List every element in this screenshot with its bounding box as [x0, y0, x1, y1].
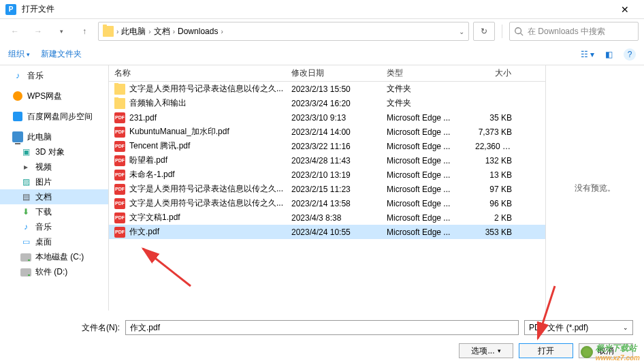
pdf-icon: PDF	[114, 112, 125, 123]
filename-input[interactable]	[125, 320, 519, 335]
new-folder-button[interactable]: 新建文件夹	[41, 48, 82, 60]
preview-toggle-button[interactable]: ◧	[605, 50, 613, 59]
sidebar-item-label: 音乐	[27, 70, 44, 82]
sidebar-item[interactable]: ▭桌面	[0, 234, 108, 249]
sidebar-item[interactable]: ▣3D 对象	[0, 144, 108, 159]
file-date: 2023/2/14 14:00	[286, 127, 381, 137]
file-type: Microsoft Edge ...	[381, 156, 470, 165]
sidebar-item-label: 桌面	[35, 236, 52, 248]
pdf-icon: PDF	[114, 198, 125, 209]
file-row[interactable]: PDF文字是人类用符号记录表达信息以传之久...2023/2/15 11:23M…	[109, 182, 545, 196]
file-row[interactable]: PDF未命名-1.pdf2023/2/10 13:19Microsoft Edg…	[109, 168, 545, 182]
search-icon	[514, 27, 524, 36]
file-size: 97 KB	[470, 185, 517, 194]
file-type-filter[interactable]: PDF 文件 (*.pdf) ⌄	[524, 320, 633, 335]
sidebar-item[interactable]: ▤文档	[0, 189, 108, 204]
options-button[interactable]: 选项...	[459, 343, 513, 358]
watermark-logo-icon	[581, 346, 593, 358]
refresh-button[interactable]: ↻	[473, 22, 495, 41]
file-type: Microsoft Edge ...	[381, 113, 470, 123]
sidebar-item-label: 音乐	[35, 221, 52, 233]
file-type: Microsoft Edge ...	[381, 170, 470, 180]
image-icon: ▨	[20, 176, 31, 187]
file-row[interactable]: PDFKubuntuManual_加水印.pdf2023/2/14 14:00M…	[109, 125, 545, 139]
up-button[interactable]: ↑	[75, 22, 94, 40]
pdf-icon: PDF	[114, 212, 125, 223]
chevron-right-icon: ›	[148, 28, 150, 35]
sidebar: ♪音乐WPS网盘百度网盘同步空间此电脑▣3D 对象▸视频▨图片▤文档⬇下载♪音乐…	[0, 65, 109, 311]
file-size: 22,360 KB	[470, 142, 517, 151]
col-header-date[interactable]: 修改日期	[286, 65, 381, 81]
sidebar-item[interactable]: WPS网盘	[0, 89, 108, 104]
breadcrumb-seg[interactable]: Downloads	[178, 27, 218, 36]
back-button[interactable]: ←	[5, 22, 25, 40]
folder-icon	[114, 98, 125, 109]
file-row[interactable]: PDF231.pdf2023/3/10 9:13Microsoft Edge .…	[109, 110, 545, 125]
address-bar[interactable]: › 此电脑 › 文档 › Downloads › ⌄	[98, 22, 469, 41]
sidebar-item[interactable]: ♪音乐	[0, 219, 108, 234]
file-row[interactable]: 音频输入和输出2023/3/24 16:20文件夹	[109, 96, 545, 110]
forward-button[interactable]: →	[29, 22, 48, 40]
organize-button[interactable]: 组织▾	[8, 48, 30, 60]
file-row[interactable]: PDFTencent 腾讯.pdf2023/3/22 11:16Microsof…	[109, 139, 545, 153]
disk-icon	[20, 251, 31, 262]
help-button[interactable]: ?	[624, 48, 636, 61]
col-header-name[interactable]: 名称	[109, 65, 286, 81]
pc-icon	[12, 131, 23, 142]
file-date: 2023/2/15 11:23	[286, 185, 381, 194]
file-size: 96 KB	[470, 199, 517, 208]
file-size: 35 KB	[470, 113, 517, 123]
file-row[interactable]: PDF盼望着.pdf2023/4/28 11:43Microsoft Edge …	[109, 153, 545, 168]
view-mode-button[interactable]: ☷ ▾	[581, 50, 594, 59]
file-size: 2 KB	[470, 213, 517, 223]
chevron-right-icon: ›	[221, 28, 223, 35]
file-size: 7,373 KB	[470, 127, 517, 137]
app-icon: P	[5, 4, 16, 15]
wps-icon	[12, 91, 23, 101]
sidebar-item[interactable]: 本地磁盘 (C:)	[0, 249, 108, 264]
column-headers: 名称 修改日期 类型 大小	[109, 65, 545, 82]
file-row[interactable]: 文字是人类用符号记录表达信息以传之久...2023/2/13 15:50文件夹	[109, 82, 545, 96]
file-date: 2023/3/22 11:16	[286, 142, 381, 151]
open-button[interactable]: 打开	[519, 343, 573, 358]
sidebar-item[interactable]: 此电脑	[0, 129, 108, 144]
file-row[interactable]: PDF文字文稿1.pdf2023/4/3 8:38Microsoft Edge …	[109, 210, 545, 225]
sidebar-item[interactable]: ▸视频	[0, 159, 108, 174]
breadcrumb-seg[interactable]: 文档	[154, 26, 170, 37]
close-button[interactable]: ✕	[611, 4, 639, 15]
sidebar-item-label: 文档	[35, 191, 52, 203]
disk-icon	[20, 266, 31, 277]
file-row[interactable]: PDF文字是人类用符号记录表达信息以传之久...2023/2/14 13:58M…	[109, 196, 545, 210]
video-icon: ▸	[20, 161, 31, 172]
sidebar-item-label: 本地磁盘 (C:)	[35, 251, 84, 263]
search-input[interactable]: 在 Downloads 中搜索	[509, 22, 639, 41]
col-header-size[interactable]: 大小	[470, 65, 517, 81]
recent-dropdown[interactable]: ▾	[52, 22, 71, 40]
pdf-icon: PDF	[114, 227, 125, 238]
sidebar-item[interactable]: ⬇下载	[0, 204, 108, 219]
sidebar-item[interactable]: 软件 (D:)	[0, 264, 108, 279]
chevron-down-icon: ⌄	[623, 324, 628, 331]
doc-icon: ▤	[20, 191, 31, 202]
file-name: 文字是人类用符号记录表达信息以传之久...	[129, 183, 283, 195]
body: ♪音乐WPS网盘百度网盘同步空间此电脑▣3D 对象▸视频▨图片▤文档⬇下载♪音乐…	[0, 65, 644, 311]
col-header-type[interactable]: 类型	[381, 65, 470, 81]
file-type: 文件夹	[381, 97, 470, 109]
pdf-icon: PDF	[114, 127, 125, 138]
sidebar-item[interactable]: 百度网盘同步空间	[0, 109, 108, 124]
preview-text: 没有预览。	[575, 183, 615, 194]
file-row[interactable]: PDF作文.pdf2023/4/24 10:55Microsoft Edge .…	[109, 225, 545, 239]
window-title: 打开文件	[22, 3, 611, 15]
file-size: 132 KB	[470, 156, 517, 165]
sidebar-item[interactable]: ▨图片	[0, 174, 108, 189]
baidu-icon	[12, 111, 23, 122]
svg-line-1	[521, 33, 524, 36]
file-list: 名称 修改日期 类型 大小 文字是人类用符号记录表达信息以传之久...2023/…	[109, 65, 545, 311]
sidebar-item[interactable]: ♪音乐	[0, 68, 108, 83]
file-date: 2023/4/24 10:55	[286, 227, 381, 237]
breadcrumb-seg[interactable]: 此电脑	[121, 26, 146, 37]
file-name: 文字文稿1.pdf	[129, 212, 180, 223]
file-name: 未命名-1.pdf	[129, 169, 175, 180]
file-type: Microsoft Edge ...	[381, 185, 470, 194]
address-dropdown-icon[interactable]: ⌄	[459, 28, 464, 35]
